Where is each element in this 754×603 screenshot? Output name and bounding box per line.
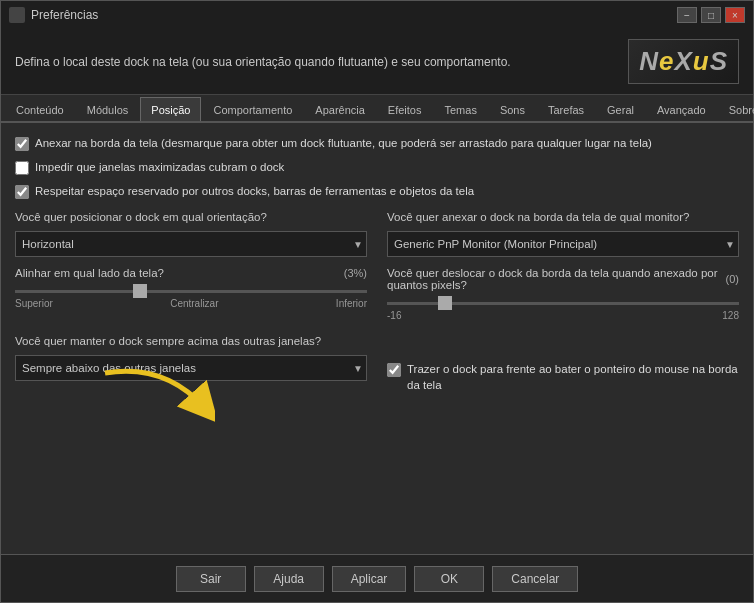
align-slider-header: Alinhar em qual lado da tela? (3%) xyxy=(15,267,367,279)
title-bar: Preferências − □ × xyxy=(1,1,753,29)
checkbox-bring-front[interactable] xyxy=(387,363,401,377)
sair-button[interactable]: Sair xyxy=(176,566,246,592)
logo-s: S xyxy=(710,46,728,76)
tab-modulos[interactable]: Módulos xyxy=(76,97,140,121)
dropdowns-row: Você quer posicionar o dock em qual orie… xyxy=(15,209,739,257)
monitor-select-wrapper: Generic PnP Monitor (Monitor Principal) … xyxy=(387,231,739,257)
align-min-label: Superior xyxy=(15,298,53,309)
logo-ne: N xyxy=(639,46,659,76)
monitor-label: Você quer anexar o dock na borda da tela… xyxy=(387,209,739,225)
window-title: Preferências xyxy=(31,8,98,22)
orientation-select-wrapper: Horizontal Vertical ▼ xyxy=(15,231,367,257)
tab-geral[interactable]: Geral xyxy=(596,97,645,121)
always-on-top-select[interactable]: Sempre abaixo das outras janelas Normal … xyxy=(15,355,367,381)
header-description: Defina o local deste dock na tela (ou su… xyxy=(15,53,511,71)
sliders-row: Alinhar em qual lado da tela? (3%) Super… xyxy=(15,267,739,321)
orientation-col: Você quer posicionar o dock em qual orie… xyxy=(15,209,367,257)
offset-min-label: -16 xyxy=(387,310,401,321)
checkbox-anexar-label: Anexar na borda da tela (desmarque para … xyxy=(35,135,652,151)
tab-sobre[interactable]: Sobre xyxy=(718,97,754,121)
cancelar-button[interactable]: Cancelar xyxy=(492,566,578,592)
logo-u: u xyxy=(693,46,710,76)
tab-temas[interactable]: Temas xyxy=(434,97,488,121)
offset-slider-labels: -16 128 xyxy=(387,310,739,321)
always-on-top-col: Você quer manter o dock sempre acima das… xyxy=(15,333,367,381)
checkbox-row-3: Respeitar espaço reservado por outros do… xyxy=(15,183,739,199)
tab-tarefas[interactable]: Tarefas xyxy=(537,97,595,121)
checkbox-bring-front-label: Trazer o dock para frente ao bater o pon… xyxy=(407,361,739,393)
align-slider-value: (3%) xyxy=(344,267,367,279)
monitor-select[interactable]: Generic PnP Monitor (Monitor Principal) xyxy=(387,231,739,257)
logo-e: e xyxy=(659,46,674,76)
tab-posicao[interactable]: Posição xyxy=(140,97,201,121)
nexus-logo: NeXuS xyxy=(628,39,739,84)
tab-efeitos[interactable]: Efeitos xyxy=(377,97,433,121)
title-bar-left: Preferências xyxy=(9,7,98,23)
tab-conteudo[interactable]: Conteúdo xyxy=(5,97,75,121)
main-window: Preferências − □ × Defina o local deste … xyxy=(0,0,754,603)
offset-slider-value: (0) xyxy=(726,273,739,285)
align-mid-label: Centralizar xyxy=(170,298,218,309)
align-slider-input[interactable] xyxy=(15,289,367,293)
title-bar-controls: − □ × xyxy=(677,7,745,23)
align-max-label: Inferior xyxy=(336,298,367,309)
logo-x: X xyxy=(674,46,692,76)
checkbox-respeitar[interactable] xyxy=(15,185,29,199)
header-area: Defina o local deste dock na tela (ou su… xyxy=(1,29,753,95)
offset-slider-label: Você quer deslocar o dock da borda da te… xyxy=(387,267,726,291)
maximize-button[interactable]: □ xyxy=(701,7,721,23)
content-area: Anexar na borda da tela (desmarque para … xyxy=(1,123,753,554)
align-slider-label: Alinhar em qual lado da tela? xyxy=(15,267,164,279)
align-slider-labels: Superior Centralizar Inferior xyxy=(15,298,367,309)
offset-slider-col: Você quer deslocar o dock da borda da te… xyxy=(387,267,739,321)
ajuda-button[interactable]: Ajuda xyxy=(254,566,324,592)
tab-avancado[interactable]: Avançado xyxy=(646,97,717,121)
orientation-label: Você quer posicionar o dock em qual orie… xyxy=(15,209,367,225)
always-on-top-select-wrapper: Sempre abaixo das outras janelas Normal … xyxy=(15,355,367,381)
footer: Sair Ajuda Aplicar OK Cancelar xyxy=(1,554,753,602)
minimize-button[interactable]: − xyxy=(677,7,697,23)
offset-slider-header: Você quer deslocar o dock da borda da te… xyxy=(387,267,739,291)
offset-max-label: 128 xyxy=(722,310,739,321)
tab-comportamento[interactable]: Comportamento xyxy=(202,97,303,121)
checkbox-row-1: Anexar na borda da tela (desmarque para … xyxy=(15,135,739,151)
monitor-col: Você quer anexar o dock na borda da tela… xyxy=(387,209,739,257)
bring-front-col: Trazer o dock para frente ao bater o pon… xyxy=(387,333,739,393)
tabs-bar: Conteúdo Módulos Posição Comportamento A… xyxy=(1,95,753,123)
aplicar-button[interactable]: Aplicar xyxy=(332,566,407,592)
checkbox-impedir-label: Impedir que janelas maximizadas cubram o… xyxy=(35,159,284,175)
checkbox-anexar[interactable] xyxy=(15,137,29,151)
checkbox-row-2: Impedir que janelas maximizadas cubram o… xyxy=(15,159,739,175)
checkbox-respeitar-label: Respeitar espaço reservado por outros do… xyxy=(35,183,474,199)
orientation-select[interactable]: Horizontal Vertical xyxy=(15,231,367,257)
ok-button[interactable]: OK xyxy=(414,566,484,592)
tab-aparencia[interactable]: Aparência xyxy=(304,97,376,121)
close-button[interactable]: × xyxy=(725,7,745,23)
checkbox-impedir[interactable] xyxy=(15,161,29,175)
tab-sons[interactable]: Sons xyxy=(489,97,536,121)
app-icon xyxy=(9,7,25,23)
offset-slider-input[interactable] xyxy=(387,301,739,305)
align-slider-col: Alinhar em qual lado da tela? (3%) Super… xyxy=(15,267,367,321)
always-on-top-label: Você quer manter o dock sempre acima das… xyxy=(15,333,367,349)
bottom-row: Você quer manter o dock sempre acima das… xyxy=(15,333,739,393)
